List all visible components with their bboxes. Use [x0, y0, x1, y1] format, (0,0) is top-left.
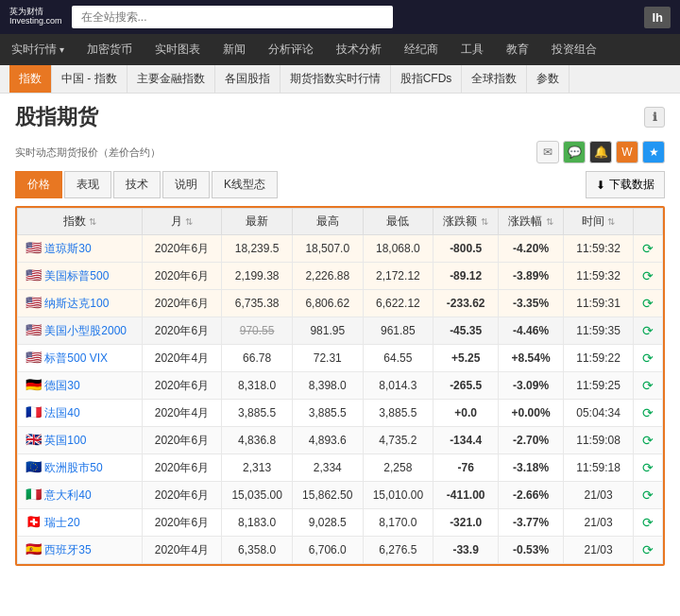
index-link[interactable]: 瑞士20 — [44, 516, 79, 529]
mail-icon[interactable]: ✉ — [536, 141, 559, 163]
subnav-cfd[interactable]: 股指CFDs — [391, 65, 463, 93]
index-link[interactable]: 纳斯达克100 — [44, 297, 109, 310]
table-row: 🇺🇸 纳斯达克100 2020年6月 6,735.38 6,806.62 6,6… — [18, 290, 663, 317]
refresh-icon[interactable]: ⟳ — [642, 378, 654, 393]
th-time: 时间 ⇅ — [564, 209, 634, 235]
cell-time: 21/03 — [564, 537, 634, 564]
cell-name: 🇺🇸 美国标普500 — [18, 263, 143, 290]
refresh-icon[interactable]: ⟳ — [642, 323, 654, 338]
cell-time: 05:04:34 — [564, 400, 634, 427]
tab-technical[interactable]: 技术 — [113, 171, 161, 198]
nav-news[interactable]: 新闻 — [212, 34, 257, 65]
subnav-world[interactable]: 各国股指 — [215, 65, 280, 93]
tab-kline[interactable]: K线型态 — [212, 171, 278, 198]
search-box[interactable] — [72, 6, 393, 28]
cell-name: 🇮🇹 意大利40 — [18, 482, 143, 509]
table-container: 指数 ⇅ 月 ⇅ 最新 最高 最低 涨跌额 ⇅ 涨跌幅 ⇅ 时间 ⇅ 🇺🇸 道琼… — [15, 206, 665, 566]
th-latest: 最新 — [222, 209, 293, 235]
subnav: 指数 中国 - 指数 主要金融指数 各国股指 期货指数实时行情 股指CFDs 全… — [0, 65, 680, 94]
download-button[interactable]: ⬇ 下载数据 — [586, 171, 665, 198]
index-link[interactable]: 意大利40 — [44, 488, 91, 502]
index-link[interactable]: 英国100 — [44, 434, 86, 447]
refresh-icon[interactable]: ⟳ — [642, 351, 654, 366]
th-high: 最高 — [292, 209, 363, 235]
star-icon[interactable]: ★ — [642, 141, 665, 163]
cell-time: 11:59:32 — [564, 235, 634, 263]
subnav-global[interactable]: 全球指数 — [462, 65, 527, 93]
cell-refresh[interactable]: ⟳ — [634, 427, 663, 454]
nav-tools[interactable]: 工具 — [450, 34, 495, 65]
index-link[interactable]: 道琼斯30 — [44, 242, 91, 255]
index-link[interactable]: 法国40 — [44, 406, 79, 419]
search-input[interactable] — [72, 6, 393, 28]
cell-refresh[interactable]: ⟳ — [634, 235, 663, 263]
page-title-row: 股指期货 ℹ — [15, 103, 665, 131]
cell-refresh[interactable]: ⟳ — [634, 482, 663, 509]
info-button[interactable]: ℹ — [644, 107, 665, 128]
tab-price[interactable]: 价格 — [15, 171, 62, 198]
cell-time: 11:59:22 — [564, 345, 634, 372]
index-link[interactable]: 德国30 — [44, 379, 79, 392]
flag-icon: 🇪🇸 — [26, 541, 42, 556]
refresh-icon[interactable]: ⟳ — [642, 241, 654, 256]
flag-icon: 🇺🇸 — [26, 350, 42, 365]
index-link[interactable]: 标普500 VIX — [44, 351, 108, 365]
th-month: 月 ⇅ — [142, 209, 222, 235]
nav-realtime[interactable]: 实时行情 — [0, 34, 76, 65]
cell-name: 🇺🇸 标普500 VIX — [18, 345, 143, 372]
index-link[interactable]: 欧洲股市50 — [44, 461, 102, 474]
table-row: 🇩🇪 德国30 2020年6月 8,318.0 8,398.0 8,014.3 … — [18, 372, 663, 400]
wechat-icon[interactable]: 💬 — [563, 141, 586, 163]
cell-time: 11:59:25 — [564, 372, 634, 400]
cell-latest: 6,358.0 — [222, 537, 293, 564]
nav-portfolio[interactable]: 投资组合 — [540, 34, 608, 65]
index-link[interactable]: 美国标普500 — [44, 269, 109, 282]
cell-refresh[interactable]: ⟳ — [634, 263, 663, 290]
cell-refresh[interactable]: ⟳ — [634, 345, 663, 372]
cell-low: 2,258 — [363, 454, 434, 482]
download-label: 下载数据 — [609, 177, 654, 193]
bell-icon[interactable]: 🔔 — [589, 141, 612, 163]
nav-analysis[interactable]: 分析评论 — [257, 34, 325, 65]
refresh-icon[interactable]: ⟳ — [642, 488, 654, 503]
subnav-china[interactable]: 中国 - 指数 — [52, 65, 128, 93]
refresh-icon[interactable]: ⟳ — [642, 296, 654, 311]
refresh-icon[interactable]: ⟳ — [642, 460, 654, 475]
cell-refresh[interactable]: ⟳ — [634, 454, 663, 482]
cell-high: 15,862.50 — [292, 482, 363, 509]
cell-refresh[interactable]: ⟳ — [634, 400, 663, 427]
refresh-icon[interactable]: ⟳ — [642, 268, 654, 283]
table-row: 🇮🇹 意大利40 2020年6月 15,035.00 15,862.50 15,… — [18, 482, 663, 509]
nav-technical[interactable]: 技术分析 — [325, 34, 393, 65]
cell-refresh[interactable]: ⟳ — [634, 509, 663, 537]
cell-refresh[interactable]: ⟳ — [634, 317, 663, 345]
th-op — [634, 209, 663, 235]
subnav-futures-rt[interactable]: 期货指数实时行情 — [280, 65, 391, 93]
nav-crypto[interactable]: 加密货币 — [76, 34, 144, 65]
cell-month: 2020年4月 — [142, 537, 222, 564]
cell-latest: 970.55 — [222, 317, 293, 345]
refresh-icon[interactable]: ⟳ — [642, 433, 654, 448]
cell-refresh[interactable]: ⟳ — [634, 290, 663, 317]
nav-broker[interactable]: 经纪商 — [393, 34, 450, 65]
tab-performance[interactable]: 表现 — [64, 171, 111, 198]
subnav-major[interactable]: 主要金融指数 — [128, 65, 215, 93]
th-low: 最低 — [363, 209, 434, 235]
subnav-index[interactable]: 指数 — [9, 65, 52, 93]
index-link[interactable]: 美国小型股2000 — [44, 324, 127, 337]
cell-refresh[interactable]: ⟳ — [634, 537, 663, 564]
weibo-icon[interactable]: W — [616, 141, 638, 163]
cell-name: 🇺🇸 纳斯达克100 — [18, 290, 143, 317]
index-link[interactable]: 西班牙35 — [44, 543, 91, 556]
refresh-icon[interactable]: ⟳ — [642, 515, 654, 530]
nav-education[interactable]: 教育 — [495, 34, 540, 65]
refresh-icon[interactable]: ⟳ — [642, 405, 654, 420]
refresh-icon[interactable]: ⟳ — [642, 542, 654, 557]
cell-refresh[interactable]: ⟳ — [634, 372, 663, 400]
cell-low: 6,622.12 — [363, 290, 434, 317]
nav-charts[interactable]: 实时图表 — [144, 34, 212, 65]
cell-name: 🇨🇭 瑞士20 — [18, 509, 143, 537]
cell-pct: -2.70% — [499, 427, 564, 454]
tab-description[interactable]: 说明 — [162, 171, 210, 198]
subnav-params[interactable]: 参数 — [527, 65, 570, 93]
